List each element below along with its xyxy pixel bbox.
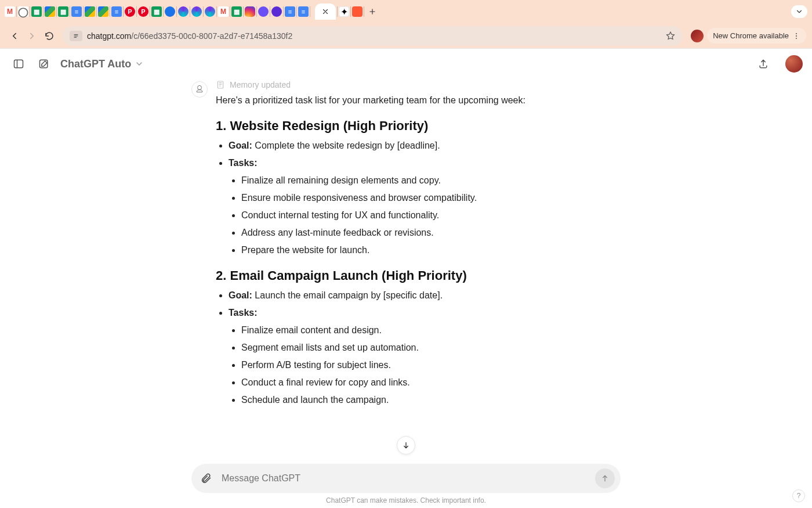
canva-icon[interactable] (178, 6, 188, 17)
omnibox[interactable]: chatgpt.com/c/66ed3375-00c0-8007-a2d7-e7… (63, 26, 683, 46)
sheets-icon[interactable]: ▦ (151, 6, 162, 17)
task-item: Address any last-minute feedback or revi… (241, 228, 621, 238)
task-item: Ensure mobile responsiveness and browser… (241, 193, 621, 203)
sidebar-toggle-button[interactable] (9, 55, 28, 73)
attach-button[interactable] (197, 470, 215, 487)
app-header: ChatGPT Auto (0, 49, 812, 79)
sheets-icon[interactable]: ▦ (231, 6, 242, 17)
svg-rect-3 (14, 60, 23, 67)
browser-toolbar: chatgpt.com/c/66ed3375-00c0-8007-a2d7-e7… (0, 23, 812, 49)
svg-point-1 (796, 35, 797, 37)
chatgpt-app: ChatGPT Auto Memory updated Here's a pri… (0, 49, 812, 508)
kebab-icon (792, 32, 800, 40)
disclaimer-text: ChatGPT can make mistakes. Check importa… (326, 496, 486, 505)
task-item: Prepare the website for launch. (241, 245, 621, 255)
account-avatar[interactable] (785, 55, 803, 73)
assistant-turn: Memory updated Here's a prioritized task… (191, 80, 621, 447)
svg-point-2 (796, 38, 797, 39)
gmail-icon[interactable] (218, 6, 229, 17)
newtab-button[interactable] (365, 5, 379, 19)
svg-rect-5 (217, 81, 223, 88)
paperclip-icon (200, 473, 212, 484)
intro-text: Here's a prioritized task list for your … (216, 95, 621, 106)
scroll-to-bottom-button[interactable] (397, 436, 415, 455)
new-chat-button[interactable] (35, 55, 53, 73)
purple-app-icon[interactable] (271, 6, 282, 17)
section-1-list: Goal: Launch the email campaign by [spec… (216, 290, 621, 405)
assistant-message: Memory updated Here's a prioritized task… (216, 80, 621, 412)
section-0-list: Goal: Complete the website redesign by [… (216, 140, 621, 255)
arrow-up-icon (600, 474, 610, 483)
gmail-icon[interactable] (5, 6, 15, 17)
drive-icon[interactable] (85, 6, 95, 17)
docs-icon[interactable]: ≡ (285, 6, 295, 17)
profile-avatar-icon[interactable] (691, 30, 704, 42)
task-item: Finalize email content and design. (241, 325, 621, 336)
tab-icons-row: ◯ ▦ ▦ ≡ ≡ P P ▦ ▦ ≡ ≡ ✦ (5, 3, 785, 20)
canva-icon[interactable] (191, 6, 202, 17)
task-item: Conduct internal testing for UX and func… (241, 210, 621, 221)
chevron-down-icon (795, 8, 803, 16)
tasks-label: Tasks: Finalize all remaining design ele… (229, 158, 621, 255)
tab-overflow-button[interactable] (791, 5, 807, 18)
instagram-icon[interactable] (245, 6, 255, 17)
composer-input[interactable] (220, 473, 589, 484)
close-icon[interactable] (321, 8, 329, 16)
reload-button[interactable] (41, 27, 58, 45)
sheets-icon[interactable]: ▦ (31, 6, 42, 17)
section-heading: 2. Email Campaign Launch (High Priority) (216, 268, 621, 283)
composer (191, 464, 621, 493)
goal-line: Goal: Launch the email campaign by [spec… (229, 290, 621, 301)
loom-icon[interactable] (352, 6, 362, 17)
meet-icon[interactable] (165, 6, 175, 17)
composer-area: ChatGPT can make mistakes. Check importa… (0, 464, 812, 508)
url-text: chatgpt.com/c/66ed3375-00c0-8007-a2d7-e7… (87, 31, 292, 41)
purple-app-icon[interactable] (258, 6, 269, 17)
assistant-avatar-icon (191, 81, 208, 98)
chatgpt-icon[interactable]: ✦ (339, 6, 349, 17)
tasks-label: Tasks: Finalize email content and design… (229, 308, 621, 405)
chevron-down-icon (135, 59, 144, 69)
new-chrome-pill[interactable]: New Chrome available (707, 28, 806, 44)
globe-icon[interactable]: ◯ (18, 6, 28, 17)
browser-tabstrip: ◯ ▦ ▦ ≡ ≡ P P ▦ ▦ ≡ ≡ ✦ (0, 0, 812, 23)
active-tab[interactable] (315, 3, 336, 20)
goal-line: Goal: Complete the website redesign by [… (229, 140, 621, 151)
section-heading: 1. Website Redesign (High Priority) (216, 118, 621, 134)
task-item: Finalize all remaining design elements a… (241, 175, 621, 186)
docs-icon[interactable]: ≡ (111, 6, 122, 17)
task-item: Conduct a final review for copy and link… (241, 377, 621, 388)
conversation-pane: Memory updated Here's a prioritized task… (0, 80, 812, 452)
bookmark-icon[interactable] (665, 31, 676, 41)
pinterest-icon[interactable]: P (138, 6, 148, 17)
model-label: ChatGPT Auto (60, 58, 131, 70)
task-item: Perform A/B testing for subject lines. (241, 360, 621, 370)
arrow-down-icon (401, 441, 411, 450)
section-1-tasks: Finalize email content and design. Segme… (229, 325, 621, 405)
task-item: Segment email lists and set up automatio… (241, 343, 621, 353)
drive-icon[interactable] (45, 6, 55, 17)
section-0-tasks: Finalize all remaining design elements a… (229, 175, 621, 255)
drive-icon[interactable] (98, 6, 108, 17)
new-chrome-label: New Chrome available (713, 31, 789, 40)
pinterest-icon[interactable]: P (125, 6, 135, 17)
site-settings-icon[interactable] (70, 31, 82, 41)
memory-icon (216, 80, 225, 89)
send-button[interactable] (595, 469, 615, 488)
model-switcher[interactable]: ChatGPT Auto (60, 58, 144, 70)
docs-icon[interactable]: ≡ (298, 6, 309, 17)
help-button[interactable]: ? (792, 489, 805, 502)
sheets-icon[interactable]: ▦ (58, 6, 68, 17)
docs-icon[interactable]: ≡ (71, 6, 82, 17)
forward-button[interactable] (23, 27, 41, 45)
back-button[interactable] (6, 27, 23, 45)
memory-updated-note: Memory updated (216, 80, 621, 89)
svg-point-0 (796, 33, 797, 34)
share-button[interactable] (754, 55, 773, 73)
memory-note-text: Memory updated (230, 80, 291, 89)
canva-icon[interactable] (205, 6, 215, 17)
task-item: Schedule and launch the campaign. (241, 395, 621, 405)
